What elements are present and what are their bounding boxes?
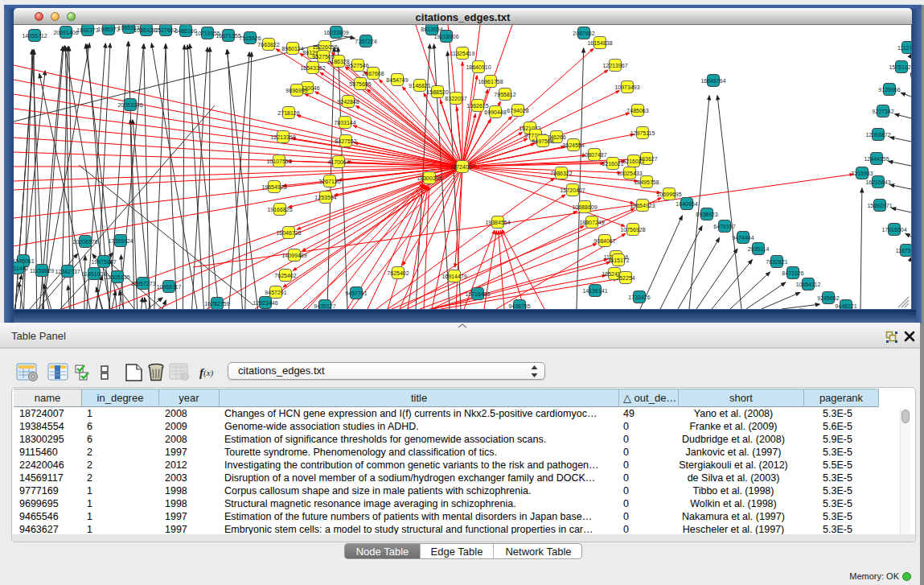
svg-text:15226058: 15226058 — [312, 44, 337, 50]
svg-text:9527546: 9527546 — [347, 63, 368, 68]
svg-text:10973493: 10973493 — [614, 84, 639, 90]
svg-text:18300295: 18300295 — [417, 175, 441, 181]
svg-text:1362615: 1362615 — [466, 103, 488, 109]
svg-text:9896999: 9896999 — [285, 88, 307, 93]
svg-text:1527602: 1527602 — [154, 27, 176, 33]
svg-text:18640910: 18640910 — [466, 64, 491, 70]
svg-text:15720407: 15720407 — [560, 187, 585, 193]
svg-text:19654925: 19654925 — [261, 184, 286, 190]
svg-text:7803144: 7803144 — [334, 120, 355, 126]
svg-text:14099489: 14099489 — [281, 253, 306, 258]
svg-text:1167533: 1167533 — [896, 248, 911, 253]
svg-text:12923446: 12923446 — [253, 300, 277, 306]
svg-text:2087682: 2087682 — [573, 31, 594, 36]
svg-text:10958117: 10958117 — [157, 284, 182, 290]
svg-text:9527505: 9527505 — [312, 54, 334, 60]
svg-text:(x): (x) — [203, 368, 214, 378]
svg-text:9227342: 9227342 — [872, 109, 893, 114]
svg-text:9448221: 9448221 — [835, 303, 856, 309]
svg-text:7485063: 7485063 — [626, 108, 648, 113]
svg-text:8427552: 8427552 — [335, 138, 356, 144]
svg-text:18724007: 18724007 — [450, 164, 474, 170]
svg-text:1640954: 1640954 — [676, 201, 697, 207]
svg-text:16782759: 16782759 — [204, 301, 229, 307]
svg-text:2367608: 2367608 — [362, 71, 384, 76]
svg-text:7357224: 7357224 — [355, 39, 376, 44]
svg-text:7515526: 7515526 — [239, 35, 261, 41]
svg-text:4170064: 4170064 — [327, 159, 349, 165]
svg-text:7986322: 7986322 — [550, 171, 572, 176]
svg-text:20206576: 20206576 — [72, 239, 97, 245]
svg-text:1588520: 1588520 — [426, 89, 448, 95]
svg-text:16961758: 16961758 — [478, 79, 503, 84]
svg-text:20053346: 20053346 — [117, 102, 142, 108]
svg-text:9457291: 9457291 — [265, 290, 286, 295]
svg-text:6794028: 6794028 — [507, 108, 528, 113]
svg-text:9435127: 9435127 — [314, 303, 335, 309]
svg-text:1253594: 1253594 — [314, 195, 336, 200]
svg-text:14055712: 14055712 — [22, 33, 47, 39]
svg-text:11325419: 11325419 — [450, 51, 475, 56]
svg-text:7632621: 7632621 — [766, 259, 787, 265]
svg-text:19166825: 19166825 — [267, 207, 292, 212]
svg-text:17359924: 17359924 — [108, 238, 133, 244]
svg-text:9242848: 9242848 — [337, 99, 359, 105]
svg-text:8813054: 8813054 — [421, 27, 442, 32]
svg-text:11156829: 11156829 — [30, 268, 54, 274]
svg-text:252254: 252254 — [616, 275, 634, 281]
svg-text:16046738: 16046738 — [276, 230, 301, 236]
svg-text:16210643: 16210643 — [865, 179, 890, 185]
svg-text:10688609: 10688609 — [572, 204, 597, 210]
svg-text:10807487: 10807487 — [581, 152, 606, 158]
svg-text:9245652: 9245652 — [817, 295, 839, 301]
svg-text:2718126: 2718126 — [277, 110, 299, 116]
svg-text:16543362: 16543362 — [300, 65, 325, 71]
svg-text:8960124: 8960124 — [281, 46, 303, 51]
svg-text:8322037: 8322037 — [445, 96, 466, 101]
svg-text:9457791: 9457791 — [345, 290, 367, 296]
svg-text:12213369: 12213369 — [270, 134, 295, 140]
svg-text:10756928: 10756928 — [620, 227, 645, 233]
svg-text:6990448: 6990448 — [484, 109, 506, 115]
svg-text:14136141: 14136141 — [582, 288, 607, 294]
svg-text:8471626: 8471626 — [782, 270, 803, 276]
svg-text:12505135: 12505135 — [105, 274, 129, 280]
svg-text:16648764: 16648764 — [700, 78, 725, 84]
svg-text:8454749: 8454749 — [386, 77, 408, 83]
svg-text:16914479: 16914479 — [441, 274, 466, 279]
svg-text:9146821: 9146821 — [409, 83, 430, 89]
svg-text:10107553: 10107553 — [266, 159, 291, 164]
svg-text:6497568: 6497568 — [532, 138, 553, 144]
svg-text:1112735: 1112735 — [897, 45, 911, 51]
svg-text:19654923: 19654923 — [630, 203, 655, 208]
svg-text:9084067: 9084067 — [593, 238, 615, 244]
svg-text:6216021: 6216021 — [602, 161, 623, 167]
svg-text:15751024: 15751024 — [889, 64, 911, 70]
svg-text:3267130: 3267130 — [318, 179, 340, 184]
svg-text:16154838: 16154838 — [587, 40, 612, 46]
svg-text:18495758: 18495758 — [634, 179, 659, 185]
svg-text:3215933: 3215933 — [851, 171, 873, 176]
svg-text:16033809: 16033809 — [323, 30, 348, 35]
svg-text:10025433: 10025433 — [617, 171, 642, 176]
svg-text:19975887: 19975887 — [91, 259, 116, 265]
svg-text:9438755: 9438755 — [508, 303, 530, 309]
svg-text:6479197: 6479197 — [713, 224, 735, 229]
svg-text:9474444: 9474444 — [732, 235, 754, 241]
svg-text:12213967: 12213967 — [602, 63, 627, 68]
svg-text:9129966: 9129966 — [878, 87, 900, 93]
svg-text:10654112: 10654112 — [796, 282, 821, 287]
svg-text:20691406: 20691406 — [53, 30, 78, 35]
svg-text:6466160: 6466160 — [175, 28, 196, 34]
svg-text:8938923: 8938923 — [696, 212, 717, 217]
svg-text:10699695: 10699695 — [656, 192, 681, 197]
svg-text:8186328: 8186328 — [327, 59, 349, 64]
svg-text:18807249: 18807249 — [579, 220, 604, 225]
svg-text:16671355: 16671355 — [216, 33, 240, 39]
svg-text:7955812: 7955812 — [494, 92, 515, 97]
svg-text:7663822: 7663822 — [257, 42, 279, 47]
svg-text:3911442: 3911442 — [14, 266, 28, 271]
svg-text:19384554: 19384554 — [485, 220, 510, 225]
svg-text:12975115: 12975115 — [630, 130, 655, 136]
svg-text:7625402: 7625402 — [387, 270, 409, 276]
